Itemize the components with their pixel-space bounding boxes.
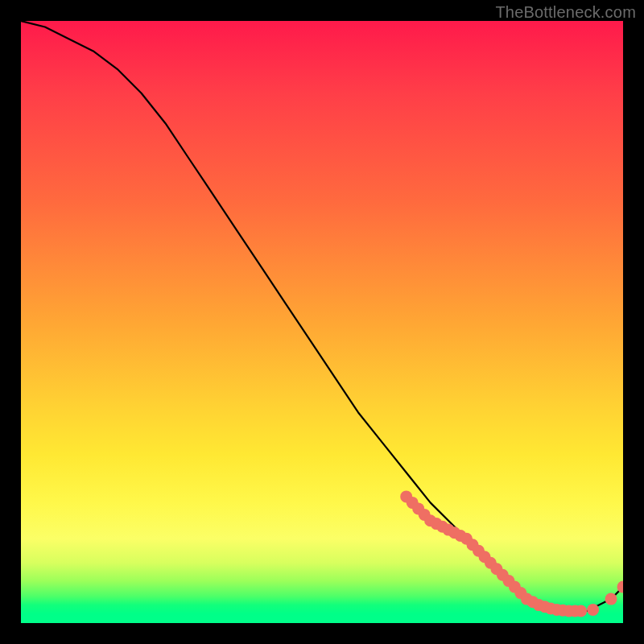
chart-stage: TheBottleneck.com — [0, 0, 644, 644]
curve-line — [21, 21, 623, 611]
marker-dots — [400, 490, 623, 617]
watermark-label: TheBottleneck.com — [495, 3, 636, 22]
chart-overlay-svg — [21, 21, 623, 623]
marker-dot — [605, 593, 617, 605]
marker-dot — [587, 604, 599, 616]
marker-dot — [575, 605, 587, 617]
